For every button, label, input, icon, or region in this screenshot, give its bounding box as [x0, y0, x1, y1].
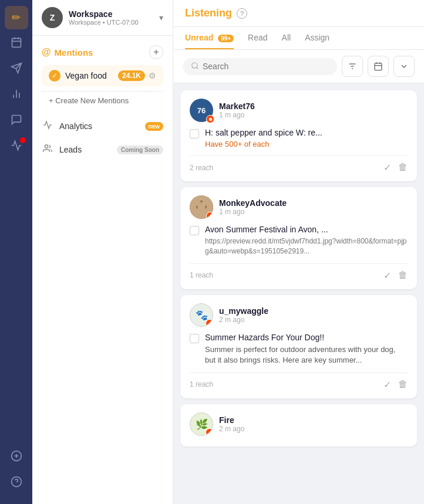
mentions-section: @ Mentions + ✓ Vegan food 24.1K ⚙ + Crea…: [32, 36, 173, 114]
help-button[interactable]: [5, 471, 28, 495]
feed-card-market76: 76 Market76 1 m ago H: salt pepper and s…: [180, 90, 417, 181]
sidebar-item-leads-nav[interactable]: Leads Coming Soon: [32, 138, 173, 161]
card-body: H: salt pepper and spice W: re... Have 5…: [190, 128, 408, 148]
sidebar-item-analytics-nav[interactable]: Analytics new: [32, 114, 173, 138]
delete-action-button[interactable]: 🗑: [398, 379, 408, 390]
card-text: Avon Summer Festival in Avon, ... https:…: [205, 225, 408, 256]
card-desc: Summer is perfect for outdoor adventures…: [205, 344, 408, 366]
listening-title: Listening: [185, 7, 232, 19]
svg-line-16: [197, 67, 198, 69]
card-header: MonkeyAdvocate 1 m ago: [190, 195, 408, 219]
filter-button[interactable]: [342, 56, 363, 77]
sidebar-item-chat[interactable]: [5, 109, 28, 133]
sidebar-item-calendar[interactable]: [5, 32, 28, 55]
listening-help-icon[interactable]: ?: [237, 8, 247, 19]
svg-point-25: [208, 117, 211, 120]
sidebar: Z Workspace Workspace • UTC-07:00 ▾ @ Me…: [32, 0, 173, 504]
card-user-info: u_mywaggle 2 m ago: [219, 306, 408, 324]
svg-point-15: [192, 62, 197, 67]
search-box: [183, 58, 337, 75]
delete-action-button[interactable]: 🗑: [398, 270, 408, 281]
workspace-avatar: Z: [42, 7, 63, 28]
card-username: Fire: [219, 415, 408, 425]
mention-count: 24.1K: [118, 70, 145, 81]
svg-point-39: [207, 429, 213, 435]
analytics-new-badge: new: [145, 122, 163, 131]
leads-coming-soon-badge: Coming Soon: [117, 146, 163, 154]
card-footer: 1 reach ✓ 🗑: [190, 373, 408, 390]
card-username: u_mywaggle: [219, 306, 408, 316]
feed-card-monkeyadvocate: MonkeyAdvocate 1 m ago Avon Summer Festi…: [180, 187, 417, 289]
add-mentions-button[interactable]: +: [149, 45, 163, 59]
sort-button[interactable]: [393, 56, 415, 77]
check-action-button[interactable]: ✓: [383, 270, 391, 281]
sidebar-item-send[interactable]: [5, 57, 28, 81]
icon-bar: ✏: [0, 0, 32, 504]
reddit-badge: [206, 428, 213, 436]
send-icon: [11, 62, 22, 77]
card-checkbox[interactable]: [190, 226, 199, 235]
mention-name: Vegan food: [65, 71, 118, 80]
feed-card-mywaggle: 🐾 u_mywaggle 2 m ago Summer Hazards For …: [180, 295, 417, 398]
reddit-badge: [206, 212, 213, 219]
card-checkbox[interactable]: [190, 129, 199, 138]
plus-icon: [11, 450, 22, 465]
sidebar-item-pencil[interactable]: ✏: [5, 6, 28, 29]
sidebar-item-analytics[interactable]: [5, 135, 28, 158]
card-title: Avon Summer Festival in Avon, ...: [205, 225, 408, 234]
card-header: 🐾 u_mywaggle 2 m ago: [190, 303, 408, 327]
reddit-badge: [206, 115, 214, 123]
card-desc: Have 500+ of each: [205, 140, 408, 148]
search-input[interactable]: [203, 62, 329, 71]
icon-bar-bottom: [5, 445, 28, 504]
card-actions: ✓ 🗑: [383, 270, 408, 281]
card-text: Summer Hazards For Your Dog!! Summer is …: [205, 333, 408, 366]
avatar-fire: 🌿: [190, 412, 213, 436]
avatar-mywaggle: 🐾: [190, 303, 213, 327]
card-title: H: salt pepper and spice W: re...: [205, 128, 408, 137]
avatar-market76: 76: [190, 99, 213, 122]
card-username: Market76: [219, 102, 408, 111]
calendar-filter-button[interactable]: [368, 56, 389, 77]
chevron-down-icon: ▾: [159, 13, 163, 22]
mention-check-icon: ✓: [49, 70, 60, 82]
reach-text: 1 reach: [190, 271, 213, 279]
card-header: 🌿 Fire 2 m ago: [190, 412, 408, 436]
bar-chart-icon: [11, 88, 22, 103]
svg-point-27: [211, 119, 211, 119]
card-checkbox[interactable]: [190, 334, 199, 343]
at-icon: @: [42, 47, 51, 57]
card-username: MonkeyAdvocate: [219, 198, 408, 208]
calendar-icon: [11, 36, 22, 51]
gear-icon[interactable]: ⚙: [149, 71, 156, 80]
check-action-button[interactable]: ✓: [383, 162, 391, 173]
analytics-badge: [20, 137, 26, 143]
create-new-mentions-button[interactable]: + Create New Mentions: [42, 91, 163, 110]
svg-point-26: [209, 119, 210, 119]
feed-card-fire: 🌿 Fire 2 m ago: [180, 404, 417, 447]
card-actions: ✓ 🗑: [383, 162, 408, 173]
mention-item-vegan-food[interactable]: ✓ Vegan food 24.1K ⚙: [42, 65, 163, 86]
add-workspace-button[interactable]: [5, 445, 28, 469]
tab-all[interactable]: All: [282, 27, 291, 49]
tab-read[interactable]: Read: [248, 27, 267, 49]
delete-action-button[interactable]: 🗑: [398, 162, 408, 173]
card-user-info: Fire 2 m ago: [219, 415, 408, 433]
svg-text:🐾: 🐾: [196, 309, 208, 321]
card-time: 2 m ago: [219, 316, 408, 324]
check-action-button[interactable]: ✓: [383, 379, 391, 390]
tab-assign[interactable]: Assign: [305, 27, 329, 49]
reach-text: 2 reach: [190, 164, 213, 172]
search-toolbar: [173, 50, 424, 83]
main-header: Listening ?: [173, 0, 424, 27]
svg-point-36: [207, 320, 213, 326]
question-icon: [11, 476, 22, 491]
mentions-section-header: @ Mentions +: [42, 45, 163, 59]
analytics-nav-label: Analytics: [59, 121, 92, 131]
workspace-info: Workspace Workspace • UTC-07:00: [69, 9, 153, 26]
chat-icon: [11, 114, 22, 128]
workspace-header[interactable]: Z Workspace Workspace • UTC-07:00 ▾: [32, 0, 173, 36]
mentions-label: @ Mentions: [42, 47, 93, 57]
sidebar-item-chart[interactable]: [5, 83, 28, 107]
tab-unread[interactable]: Unread 99+: [185, 27, 234, 49]
